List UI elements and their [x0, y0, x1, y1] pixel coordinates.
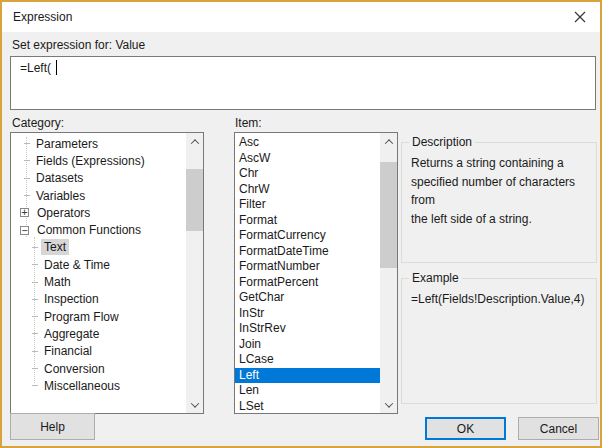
tree-connector: [32, 351, 38, 352]
close-icon: [574, 11, 586, 23]
tree-connector: [32, 368, 38, 369]
example-text: =Left(Fields!Description.Value,4): [411, 290, 590, 309]
tree-connector: [32, 299, 38, 300]
scrollbar-up-button[interactable]: [186, 133, 203, 150]
scrollbar-up-button[interactable]: [380, 133, 397, 150]
list-item-len[interactable]: Len: [235, 383, 380, 399]
list-item-join[interactable]: Join: [235, 337, 380, 353]
tree-connector: [24, 195, 30, 196]
scrollbar-thumb[interactable]: [380, 162, 397, 268]
expression-dialog: Expression Set expression for: Value =Le…: [0, 0, 602, 448]
tree-item-label: Program Flow: [41, 309, 122, 325]
tree-item-label: Financial: [41, 343, 95, 359]
list-item-formatdatetime[interactable]: FormatDateTime: [235, 244, 380, 260]
description-text: Returns a string containing a specified …: [411, 154, 590, 228]
help-button[interactable]: Help: [10, 413, 95, 440]
window-title: Expression: [13, 2, 72, 32]
tree-item-operators[interactable]: +Operators: [11, 204, 186, 221]
tree-item-label: Conversion: [41, 361, 108, 377]
cancel-button[interactable]: Cancel: [518, 417, 599, 440]
list-item-ascw[interactable]: AscW: [235, 151, 380, 167]
list-item-asc[interactable]: Asc: [235, 135, 380, 151]
list-item-left[interactable]: Left: [235, 368, 380, 384]
scrollbar-thumb[interactable]: [186, 169, 203, 231]
tree-connector: [24, 160, 30, 161]
tree-item-text[interactable]: Text: [11, 239, 186, 256]
tree-item-conversion[interactable]: Conversion: [11, 360, 186, 377]
category-listbox: ParametersFields (Expressions)DatasetsVa…: [10, 132, 204, 414]
tree-item-inspection[interactable]: Inspection: [11, 291, 186, 308]
category-label: Category:: [12, 116, 64, 130]
tree-item-label: Miscellaneous: [41, 378, 123, 394]
scrollbar-down-button[interactable]: [380, 396, 397, 413]
set-expression-label: Set expression for: Value: [12, 38, 145, 52]
ok-button[interactable]: OK: [425, 417, 506, 440]
tree-item-label: Text: [41, 239, 69, 255]
scrollbar-down-button[interactable]: [186, 396, 203, 413]
tree-item-label: Aggregate: [41, 326, 102, 342]
tree-item-label: Math: [41, 274, 74, 290]
list-item-lcase[interactable]: LCase: [235, 352, 380, 368]
tree-connector: [32, 333, 38, 334]
chevron-up-icon: [384, 139, 392, 147]
example-title: Example: [409, 271, 462, 285]
close-button[interactable]: [569, 7, 591, 27]
tree-item-parameters[interactable]: Parameters: [11, 135, 186, 152]
tree-item-label: Datasets: [33, 170, 86, 186]
tree-connector: [32, 264, 38, 265]
item-label: Item:: [235, 116, 262, 130]
description-title: Description: [409, 135, 475, 149]
list-item-instr[interactable]: InStr: [235, 306, 380, 322]
list-item-format[interactable]: Format: [235, 213, 380, 229]
item-scrollbar[interactable]: [380, 133, 397, 413]
tree-connector: [24, 143, 30, 144]
list-item-chrw[interactable]: ChrW: [235, 182, 380, 198]
tree-connector: [32, 385, 38, 386]
category-tree: ParametersFields (Expressions)DatasetsVa…: [11, 133, 186, 413]
list-item-filter[interactable]: Filter: [235, 197, 380, 213]
tree-item-label: Common Functions: [34, 222, 144, 238]
tree-item-math[interactable]: Math: [11, 273, 186, 290]
tree-item-fields-expressions[interactable]: Fields (Expressions): [11, 152, 186, 169]
list-item-formatnumber[interactable]: FormatNumber: [235, 259, 380, 275]
tree-item-miscellaneous[interactable]: Miscellaneous: [11, 377, 186, 394]
list-item-chr[interactable]: Chr: [235, 166, 380, 182]
tree-connector: [24, 178, 30, 179]
tree-item-label: Fields (Expressions): [33, 153, 148, 169]
list-item-formatpercent[interactable]: FormatPercent: [235, 275, 380, 291]
tree-item-label: Date & Time: [41, 257, 113, 273]
expression-input[interactable]: =Left(: [10, 56, 596, 110]
tree-item-variables[interactable]: Variables: [11, 187, 186, 204]
tree-connector: [32, 316, 38, 317]
tree-item-label: Operators: [34, 205, 93, 221]
description-groupbox: Description Returns a string containing …: [401, 142, 597, 263]
example-groupbox: Example =Left(Fields!Description.Value,4…: [401, 278, 597, 404]
item-list: AscAscWChrChrWFilterFormatFormatCurrency…: [235, 133, 380, 413]
tree-item-datasets[interactable]: Datasets: [11, 170, 186, 187]
tree-connector: [32, 247, 38, 248]
tree-item-aggregate[interactable]: Aggregate: [11, 325, 186, 342]
list-item-lset[interactable]: LSet: [235, 399, 380, 414]
tree-item-label: Inspection: [41, 291, 102, 307]
tree-item-financial[interactable]: Financial: [11, 343, 186, 360]
item-listbox: AscAscWChrChrWFilterFormatFormatCurrency…: [234, 132, 398, 414]
tree-item-program-flow[interactable]: Program Flow: [11, 308, 186, 325]
expression-value: =Left(: [20, 61, 51, 75]
tree-item-label: Variables: [33, 188, 88, 204]
tree-connector: [32, 282, 38, 283]
chevron-down-icon: [190, 399, 198, 407]
tree-item-common-functions[interactable]: −Common Functions: [11, 221, 186, 238]
list-item-formatcurrency[interactable]: FormatCurrency: [235, 228, 380, 244]
list-item-getchar[interactable]: GetChar: [235, 290, 380, 306]
chevron-up-icon: [190, 139, 198, 147]
chevron-down-icon: [384, 399, 392, 407]
minus-expander-icon[interactable]: −: [20, 226, 29, 235]
list-item-instrrev[interactable]: InStrRev: [235, 321, 380, 337]
text-caret: [56, 60, 57, 75]
tree-item-label: Parameters: [33, 136, 101, 152]
tree-item-date-time[interactable]: Date & Time: [11, 256, 186, 273]
category-scrollbar[interactable]: [186, 133, 203, 413]
title-bar: Expression: [2, 2, 600, 32]
plus-expander-icon[interactable]: +: [20, 208, 29, 217]
